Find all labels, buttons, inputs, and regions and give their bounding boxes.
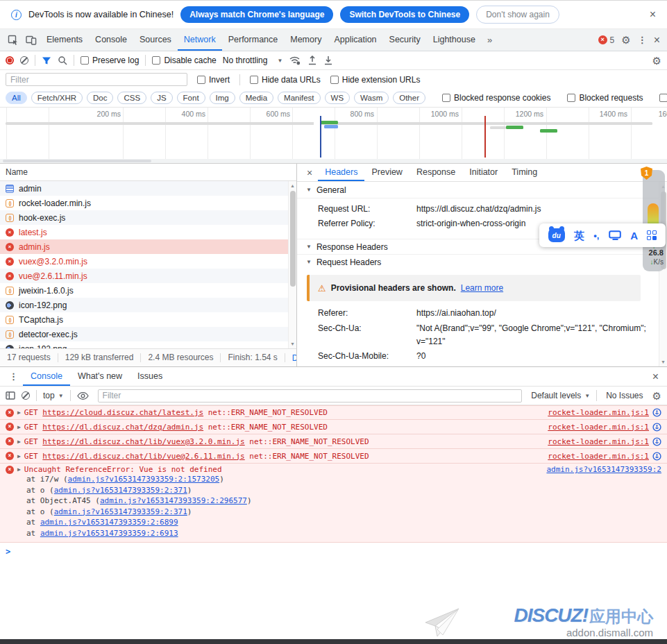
details-tab[interactable]: Preview bbox=[364, 164, 409, 181]
drawer-close-icon[interactable]: × bbox=[652, 371, 663, 382]
dismiss-button[interactable]: Don't show again bbox=[476, 6, 559, 24]
checkbox[interactable] bbox=[152, 56, 160, 65]
settings-gear-icon[interactable]: ⚙ bbox=[621, 35, 630, 45]
devtools-tab[interactable]: Memory bbox=[284, 29, 328, 51]
devtools-tab[interactable]: Security bbox=[383, 29, 427, 51]
disable-cache-checkbox[interactable]: Disable cache bbox=[152, 56, 216, 65]
request-url-link[interactable]: https://dl.discuz.chat/lib/vue@2.6.11.mi… bbox=[42, 452, 244, 461]
table-row[interactable]: admin bbox=[0, 181, 288, 196]
request-url-link[interactable]: https://dl.discuz.chat/dzq/admin.js bbox=[42, 423, 203, 432]
table-row[interactable]: TCaptcha.js bbox=[0, 312, 288, 327]
devtools-tab[interactable]: Lighthouse bbox=[427, 29, 482, 51]
network-overview-timeline[interactable]: 200 ms400 ms600 ms800 ms1000 ms1200 ms14… bbox=[0, 108, 667, 164]
type-filter-pill[interactable]: CSS bbox=[117, 92, 146, 105]
clear-console-icon[interactable] bbox=[22, 391, 30, 400]
table-row[interactable]: admin.js bbox=[0, 239, 288, 254]
drawer-tab[interactable]: What's new bbox=[70, 367, 130, 386]
stack-link[interactable]: admin.js?v1653147393359:2:1573205 bbox=[68, 475, 220, 484]
drawer-tab[interactable]: Issues bbox=[130, 367, 170, 386]
source-location-link[interactable]: rocket-loader.min.js:1 bbox=[548, 437, 649, 446]
hide-extension-urls-checkbox[interactable]: Hide extension URLs bbox=[330, 75, 421, 85]
table-row[interactable]: rocket-loader.min.js bbox=[0, 196, 288, 210]
type-filter-pill[interactable]: Manifest bbox=[278, 92, 320, 105]
timeline-scrollbar[interactable] bbox=[0, 159, 667, 163]
name-column-header[interactable]: Name bbox=[0, 164, 296, 181]
checkbox[interactable] bbox=[250, 76, 258, 84]
request-url-link[interactable]: https://dl.discuz.chat/lib/vuex@3.2.0.mi… bbox=[42, 437, 244, 446]
table-row[interactable]: vuex@3.2.0.min.js bbox=[0, 254, 288, 269]
type-filter-pill[interactable]: All bbox=[6, 92, 27, 105]
checkbox[interactable] bbox=[567, 94, 575, 102]
console-settings-gear-icon[interactable]: ⚙ bbox=[652, 391, 661, 401]
request-list-scrollbar[interactable]: ▲ ▼ bbox=[288, 181, 296, 348]
devtools-tab[interactable]: Elements bbox=[40, 29, 89, 51]
source-location-link[interactable]: rocket-loader.min.js:1 bbox=[548, 423, 649, 432]
throttling-select[interactable]: No throttling ▼ bbox=[223, 56, 283, 65]
record-icon[interactable] bbox=[6, 56, 14, 65]
type-filter-pill[interactable]: Other bbox=[393, 92, 425, 105]
table-row[interactable]: vue@2.6.11.min.js bbox=[0, 269, 288, 283]
source-location-link[interactable]: admin.js?v1653147393359:2 bbox=[546, 465, 661, 474]
ime-font-icon[interactable]: A bbox=[630, 230, 638, 241]
filter-checkbox[interactable]: Blocked requests bbox=[567, 93, 643, 103]
stack-link[interactable]: admin.js?v1653147393359:2:6899 bbox=[40, 518, 178, 527]
checkbox[interactable] bbox=[330, 76, 339, 84]
devtools-tab[interactable]: Performance bbox=[222, 29, 285, 51]
request-url-link[interactable]: https://cloud.discuz.chat/latest.js bbox=[42, 408, 203, 417]
banner-close-icon[interactable]: × bbox=[650, 9, 656, 20]
scroll-down-icon[interactable]: ▼ bbox=[659, 359, 667, 364]
devtools-close-icon[interactable]: × bbox=[654, 35, 660, 46]
ime-menu-grid-icon[interactable] bbox=[647, 230, 657, 240]
type-filter-pill[interactable]: Fetch/XHR bbox=[31, 92, 83, 105]
expand-triangle-icon[interactable]: ▶ bbox=[17, 409, 21, 416]
switch-chinese-button[interactable]: Switch DevTools to Chinese bbox=[340, 6, 469, 23]
details-tab[interactable]: Initiator bbox=[462, 164, 505, 181]
checkbox[interactable] bbox=[197, 76, 205, 84]
expand-triangle-icon[interactable]: ▶ bbox=[17, 424, 21, 430]
stack-link[interactable]: admin.js?v1653147393359:2:371 bbox=[54, 486, 187, 495]
console-prompt[interactable]: > bbox=[0, 543, 667, 561]
ime-keyboard-icon[interactable] bbox=[609, 230, 621, 240]
filter-checkbox[interactable]: 3rd-party requests bbox=[659, 93, 667, 103]
log-levels-select[interactable]: Default levels ▼ bbox=[531, 391, 590, 400]
issues-status[interactable]: No Issues bbox=[603, 391, 645, 400]
type-filter-pill[interactable]: JS bbox=[151, 92, 172, 105]
devtools-tab[interactable]: Console bbox=[89, 29, 133, 51]
match-language-button[interactable]: Always match Chrome's language bbox=[180, 6, 333, 23]
inspect-element-icon[interactable] bbox=[8, 35, 19, 46]
details-tab[interactable]: Timing bbox=[505, 164, 544, 181]
request-headers-section-header[interactable]: ▼ Request Headers bbox=[297, 254, 659, 269]
context-selector[interactable]: top ▼ bbox=[43, 391, 64, 400]
table-row[interactable]: icon-192.png bbox=[0, 341, 288, 348]
type-filter-pill[interactable]: Media bbox=[239, 92, 273, 105]
learn-more-link[interactable]: Learn more bbox=[461, 283, 503, 293]
more-tabs-icon[interactable]: » bbox=[482, 35, 498, 45]
export-har-icon[interactable] bbox=[307, 56, 317, 65]
scrollbar-thumb[interactable] bbox=[290, 191, 296, 287]
stack-link[interactable]: admin.js?v1653147393359:2:296577 bbox=[100, 496, 247, 505]
live-expression-eye-icon[interactable] bbox=[77, 392, 89, 400]
checkbox[interactable] bbox=[442, 94, 450, 102]
hide-data-urls-checkbox[interactable]: Hide data URLs bbox=[250, 75, 321, 85]
preserve-log-checkbox[interactable]: Preserve log bbox=[81, 56, 139, 65]
network-settings-gear-icon[interactable]: ⚙ bbox=[652, 56, 661, 66]
table-row[interactable]: icon-192.png bbox=[0, 298, 288, 312]
error-counter[interactable]: × 5 bbox=[598, 35, 615, 45]
expand-triangle-icon[interactable]: ▶ bbox=[17, 453, 21, 459]
checkbox[interactable] bbox=[659, 94, 667, 102]
devtools-tab[interactable]: Network bbox=[178, 29, 222, 51]
baidu-ime-logo-icon[interactable]: du bbox=[548, 228, 565, 242]
scroll-up-icon[interactable]: ▲ bbox=[289, 183, 296, 188]
checkbox[interactable] bbox=[81, 56, 89, 65]
network-conditions-icon[interactable] bbox=[289, 56, 301, 65]
type-filter-pill[interactable]: Doc bbox=[87, 92, 113, 105]
clear-icon[interactable] bbox=[20, 56, 28, 65]
ime-punctuation-icon[interactable]: •, bbox=[593, 231, 599, 240]
details-tab[interactable]: Response bbox=[410, 164, 462, 181]
device-toolbar-icon[interactable] bbox=[26, 35, 37, 46]
type-filter-pill[interactable]: Font bbox=[177, 92, 205, 105]
console-filter-input[interactable] bbox=[98, 389, 523, 402]
table-row[interactable]: detector-exec.js bbox=[0, 327, 288, 341]
speed-monitor-widget[interactable]: 1 ↓ /s 26.8 ↓K/s bbox=[643, 170, 665, 271]
source-location-link[interactable]: rocket-loader.min.js:1 bbox=[548, 408, 649, 417]
